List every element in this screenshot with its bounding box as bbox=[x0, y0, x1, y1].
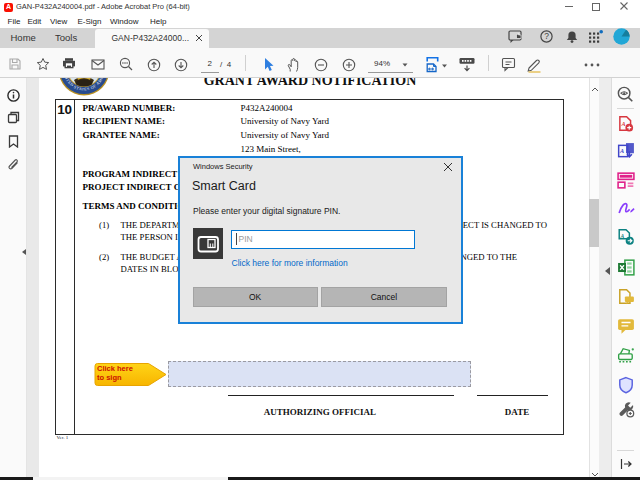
svg-text:?: ? bbox=[544, 31, 549, 41]
svg-text:A: A bbox=[620, 233, 625, 239]
svg-text:A: A bbox=[621, 119, 626, 126]
svg-text:A: A bbox=[619, 147, 624, 154]
